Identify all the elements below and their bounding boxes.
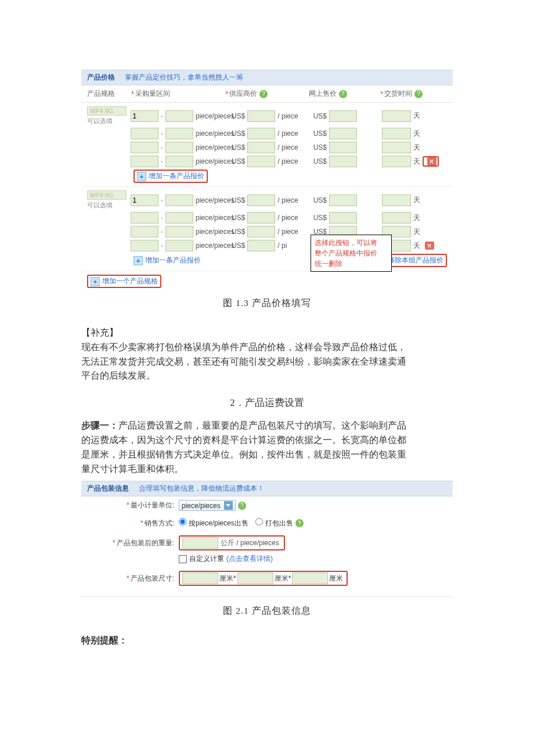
qty-from-input[interactable] [131, 226, 158, 237]
package-panel-title: 产品包装信息 [87, 484, 129, 492]
help-icon[interactable]: ? [414, 90, 423, 98]
col-qty-range: 采购量区间 [135, 89, 170, 99]
custom-weight-checkbox[interactable] [179, 555, 187, 563]
web-price-input[interactable] [329, 212, 357, 224]
plus-icon: + [91, 277, 100, 286]
size-width-input[interactable] [237, 573, 273, 584]
qty-to-input[interactable] [165, 128, 193, 139]
spec-group: MP4 8G 可以选填 -piece/pieces US$/ piece US$… [81, 187, 453, 271]
remove-row-icon[interactable]: ✕ [427, 157, 436, 165]
col-web-price: 网上售价 [309, 89, 337, 99]
figure-caption: 图 1.3 产品价格填写 [81, 297, 453, 309]
qty-to-input[interactable] [165, 240, 193, 251]
qty-from-input[interactable] [131, 156, 158, 167]
help-icon[interactable]: ? [295, 519, 304, 527]
supplier-price-input[interactable] [247, 110, 275, 122]
package-row-weight: *产品包装后的重量: 公斤 / piece/pieces [81, 532, 453, 554]
price-tip-link[interactable]: 掌握产品定价技巧，拿单当然胜人一筹 [125, 73, 243, 81]
figure-caption: 图 2.1 产品包装信息 [81, 605, 453, 617]
supplier-price-input[interactable] [247, 156, 275, 167]
col-supplier-price: 供应商价 [229, 89, 257, 99]
web-price-input[interactable] [329, 142, 357, 153]
highlight-delete-row: ✕ [423, 156, 439, 167]
delivery-days-input[interactable] [382, 110, 411, 122]
qty-from-input[interactable] [131, 128, 158, 139]
special-reminder: 特别提醒： [81, 633, 453, 648]
spec-optional-hint: 可以选填 [87, 201, 131, 210]
web-price-input[interactable] [329, 195, 357, 206]
qty-to-input[interactable] [165, 226, 193, 237]
delivery-days-input[interactable] [382, 195, 411, 206]
add-price-row-button[interactable]: + 增加一条产品报价 [134, 255, 201, 265]
web-price-input[interactable] [329, 110, 357, 122]
delivery-days-input[interactable] [382, 212, 411, 224]
help-icon[interactable]: ? [259, 90, 268, 98]
supplier-price-input[interactable] [247, 128, 275, 139]
qty-to-input[interactable] [165, 156, 193, 167]
qty-from-input[interactable] [131, 142, 158, 153]
step1-text: 步骤一：产品运费设置之前，最重要的是产品包装尺寸的填写。这个影响到产品 的运费成… [81, 419, 453, 476]
spec-name-input[interactable]: MP4 8G [87, 106, 127, 116]
remove-row-icon[interactable]: ✕ [425, 242, 434, 250]
delivery-days-input[interactable] [382, 128, 411, 139]
supplier-price-input[interactable] [247, 142, 275, 153]
add-spec-row: + 增加一个产品规格 [81, 271, 453, 289]
add-product-spec-button[interactable]: + 增加一个产品规格 [91, 276, 158, 286]
package-row-salemode: *销售方式: 按piece/pieces出售 打包出售 ? [81, 514, 453, 532]
qty-to-input[interactable] [165, 110, 193, 122]
package-row-unit: *最小计量单位: piece/pieces ? [81, 496, 453, 514]
package-row-customweight: 自定义计重 (点击查看详情) [81, 554, 453, 567]
web-price-input[interactable] [329, 156, 357, 167]
package-tip-link[interactable]: 合理填写包装信息，降低物流运费成本！ [139, 484, 264, 492]
weight-input[interactable] [182, 537, 218, 549]
price-panel-header: 产品价格 掌握产品定价技巧，拿单当然胜人一筹 [81, 70, 453, 85]
col-delivery-time: 交货时间 [384, 89, 412, 99]
highlight-add-row: + 增加一条产品报价 [134, 170, 208, 183]
help-icon[interactable]: ? [339, 90, 347, 98]
unit-select[interactable]: piece/pieces [179, 500, 236, 511]
supplement-text: 【补充】 现在有不少卖家将打包价格误填为单件产品的价格，这样会导致产品价格过低，… [81, 326, 453, 383]
price-panel-title: 产品价格 [87, 73, 115, 81]
qty-from-input[interactable] [131, 195, 158, 206]
add-price-row-button[interactable]: + 增加一条产品报价 [137, 171, 204, 181]
supplier-price-input[interactable] [247, 226, 275, 237]
qty-from-input[interactable] [131, 110, 158, 122]
web-price-input[interactable] [329, 128, 357, 139]
package-panel-header: 产品包装信息 合理填写包装信息，降低物流运费成本！ [81, 481, 453, 496]
chevron-down-icon [224, 501, 233, 510]
custom-weight-detail-link[interactable]: (点击查看详情) [226, 554, 273, 564]
size-length-input[interactable] [182, 573, 218, 584]
size-height-input[interactable] [292, 573, 328, 584]
qty-to-input[interactable] [165, 142, 193, 153]
sale-by-piece-radio[interactable]: 按piece/pieces出售 [179, 518, 248, 528]
annotation-callout: 选择此按钮，可以将 整个产品规格中报价 统一删除 [311, 235, 392, 272]
highlight-add-spec: + 增加一个产品规格 [87, 275, 161, 288]
qty-from-input[interactable] [131, 212, 158, 224]
section-2-title: 2．产品运费设置 [81, 396, 453, 409]
plus-icon: + [134, 256, 143, 265]
supplier-price-input[interactable] [247, 195, 275, 206]
supplier-price-input[interactable] [247, 240, 275, 251]
qty-from-input[interactable] [131, 240, 158, 251]
spec-optional-hint: 可以选填 [87, 117, 131, 125]
price-column-header: 产品规格 *采购量区间 *供应商价? 网上售价? *交货时间? [81, 85, 453, 103]
plus-icon: + [137, 172, 146, 181]
qty-to-input[interactable] [165, 212, 193, 224]
highlight-weight: 公斤 / piece/pieces [179, 535, 285, 550]
col-product-spec: 产品规格 [87, 89, 131, 99]
highlight-size: 厘米* 厘米* 厘米 [179, 571, 348, 586]
spec-name-input[interactable]: MP4 8G [87, 190, 127, 200]
spec-group: MP4 8G 可以选填 -piece/pieces US$/ piece US$… [81, 103, 453, 187]
qty-to-input[interactable] [165, 195, 193, 206]
sale-by-pack-radio[interactable]: 打包出售 [255, 518, 293, 528]
package-row-size: *产品包装尺寸: 厘米* 厘米* 厘米 [81, 567, 453, 589]
supplier-price-input[interactable] [247, 212, 275, 224]
delivery-days-input[interactable] [382, 156, 411, 167]
help-icon[interactable]: ? [238, 502, 246, 510]
delivery-days-input[interactable] [382, 142, 411, 153]
